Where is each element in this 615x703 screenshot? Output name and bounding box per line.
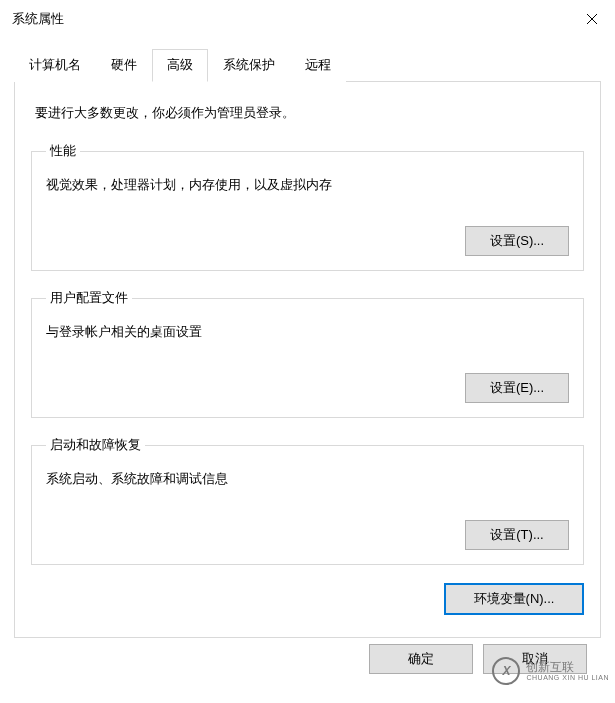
close-icon [586,13,598,25]
tab-body-advanced: 要进行大多数更改，你必须作为管理员登录。 性能 视觉效果，处理器计划，内存使用，… [14,82,601,638]
tab-strip: 计算机名 硬件 高级 系统保护 远程 [14,48,601,82]
group-startup-recovery: 启动和故障恢复 系统启动、系统故障和调试信息 设置(T)... [31,436,584,565]
dialog-button-row: 确定 取消 [14,638,601,674]
group-user-profiles: 用户配置文件 与登录帐户相关的桌面设置 设置(E)... [31,289,584,418]
tab-remote[interactable]: 远程 [290,49,346,82]
group-startup-recovery-desc: 系统启动、系统故障和调试信息 [46,470,569,488]
group-performance-desc: 视觉效果，处理器计划，内存使用，以及虚拟内存 [46,176,569,194]
group-performance: 性能 视觉效果，处理器计划，内存使用，以及虚拟内存 设置(S)... [31,142,584,271]
group-user-profiles-desc: 与登录帐户相关的桌面设置 [46,323,569,341]
intro-text: 要进行大多数更改，你必须作为管理员登录。 [35,104,584,122]
performance-settings-button[interactable]: 设置(S)... [465,226,569,256]
group-startup-recovery-legend: 启动和故障恢复 [46,436,145,454]
cancel-button[interactable]: 取消 [483,644,587,674]
tab-computer-name[interactable]: 计算机名 [14,49,96,82]
tab-system-protection[interactable]: 系统保护 [208,49,290,82]
user-profiles-settings-button[interactable]: 设置(E)... [465,373,569,403]
ok-button[interactable]: 确定 [369,644,473,674]
group-user-profiles-legend: 用户配置文件 [46,289,132,307]
startup-recovery-settings-button[interactable]: 设置(T)... [465,520,569,550]
group-performance-legend: 性能 [46,142,80,160]
dialog-content: 计算机名 硬件 高级 系统保护 远程 要进行大多数更改，你必须作为管理员登录。 … [0,38,615,688]
tab-hardware[interactable]: 硬件 [96,49,152,82]
window-title: 系统属性 [12,10,64,28]
environment-variables-button[interactable]: 环境变量(N)... [444,583,584,615]
tab-advanced[interactable]: 高级 [152,49,208,82]
close-button[interactable] [569,0,615,38]
titlebar: 系统属性 [0,0,615,38]
